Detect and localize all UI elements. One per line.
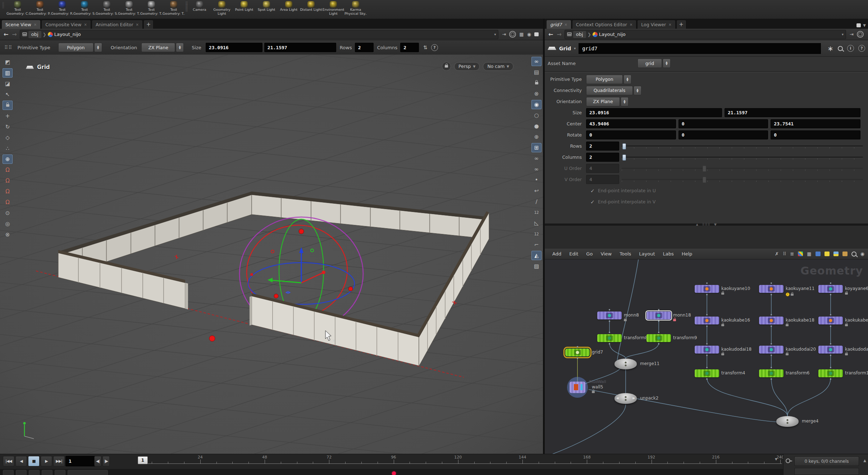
node-label-kaokuyane11[interactable]: kaokuyane11: [786, 286, 814, 291]
color-palette-icon[interactable]: [798, 252, 803, 256]
node-wall5[interactable]: [567, 377, 588, 398]
help-icon[interactable]: ?: [431, 44, 438, 51]
wire-transform6-to-merge4[interactable]: [771, 378, 787, 416]
wire-extra[interactable]: [551, 405, 626, 455]
primitive-type-spinner[interactable]: ▲▼: [94, 43, 102, 52]
keys-channels-button[interactable]: 0 keys, 0/0 channels: [794, 456, 859, 466]
node-label-transform9[interactable]: transform9: [673, 335, 697, 340]
shelf-tool-test-geometry-t[interactable]: TestGeometry: T...: [118, 0, 140, 15]
shelf-tool-geometry-light[interactable]: GeometryLight: [211, 0, 233, 15]
network-overview-icon[interactable]: ◉: [860, 251, 864, 257]
menu-edit[interactable]: Edit: [565, 251, 582, 257]
view-ring-icon[interactable]: ◎: [3, 219, 13, 229]
param-select-primitive-type[interactable]: Polygon: [586, 75, 623, 84]
node-label-merge11[interactable]: merge11: [640, 361, 659, 366]
playbar-ghost-button[interactable]: [55, 470, 65, 475]
channels-expand-icon[interactable]: ▲: [863, 458, 866, 462]
checkbox-end-point-interpolate-in-v[interactable]: ✓: [590, 199, 595, 205]
shelf-tool-test-geometry-s[interactable]: TestGeometry: S...: [73, 0, 96, 15]
search-parms-icon[interactable]: [838, 46, 843, 51]
node-label-kaokudodai18[interactable]: kaokudodai18: [721, 347, 751, 352]
param-help-icon[interactable]: ?: [858, 45, 865, 52]
node-kaokuyane11[interactable]: [759, 285, 784, 293]
translate-tool-icon[interactable]: +: [3, 111, 13, 121]
jump-to-operator-icon[interactable]: ⇥: [502, 32, 506, 37]
params-back-icon[interactable]: ←: [548, 31, 554, 38]
node-label-transform6[interactable]: transform6: [786, 370, 809, 375]
node-kaokukabe16[interactable]: [695, 317, 719, 324]
param-slider-rows[interactable]: [622, 143, 863, 149]
network-grid-icon[interactable]: ▦: [807, 251, 811, 257]
profile-curve-icon[interactable]: ⌐: [531, 240, 542, 249]
move-light-icon[interactable]: ⊕: [531, 132, 542, 142]
param-field-rotate-0[interactable]: 0: [586, 130, 676, 139]
path-dropdown-icon[interactable]: ▾: [494, 32, 496, 36]
layout-tool-icon[interactable]: ◩: [3, 57, 13, 67]
timeline-ruler[interactable]: 24487296120144168192216240 1: [138, 456, 782, 467]
point-numbers-icon[interactable]: 12: [531, 208, 542, 217]
checkbox-end-point-interpolate-in-u[interactable]: ✓: [590, 188, 595, 194]
stereo-cam-icon[interactable]: ∞: [531, 165, 542, 174]
normal-marker-icon[interactable]: ∕: [531, 197, 542, 206]
shelf-tool-test-geometry-t[interactable]: TestGeometry: T...: [163, 0, 185, 15]
vertex-marker-icon[interactable]: ↩: [531, 186, 542, 195]
node-label-grid7[interactable]: grid7: [592, 350, 603, 355]
toolbar-grip-icon[interactable]: ⠿⠿: [4, 45, 13, 50]
menu-add[interactable]: Add: [548, 251, 565, 257]
node-label-kaokudodai20[interactable]: kaokudodai20: [786, 347, 816, 352]
shelf-tool-karma-physical-sky[interactable]: KarmaPhysical Sky...: [344, 0, 367, 15]
node-grid7[interactable]: [565, 349, 590, 356]
play-reverse-button[interactable]: ◀: [15, 456, 27, 466]
shelf-tool-camera[interactable]: Camera: [188, 0, 211, 15]
node-kaokukabe18[interactable]: [759, 317, 784, 324]
asset-name-select[interactable]: grid: [638, 59, 662, 68]
node-monn18[interactable]: [647, 312, 671, 319]
network-canvas[interactable]: Geometry kaokuyane10kaokuyane11koyayane6…: [545, 259, 868, 455]
playbar-ghost-button[interactable]: [3, 470, 14, 475]
shelf-tool-test-geometry-s[interactable]: TestGeometry: S...: [96, 0, 118, 15]
node-label-kaokukabe18[interactable]: kaokukabe18: [786, 318, 814, 323]
param-spinner[interactable]: ▲▼: [623, 75, 631, 84]
tab-composite-view[interactable]: Composite View×: [41, 20, 91, 29]
scene-viewport[interactable]: x Grid Persp▼ No cam▼ ◩▥◪↖+↻◇∴⊕ΩΩΩΩ⊙◎⊗ ∞…: [0, 55, 543, 454]
next-key-button[interactable]: |▶: [102, 456, 110, 466]
wire-transform4-to-merge4[interactable]: [707, 378, 787, 416]
prim-marker-icon[interactable]: ◺: [531, 218, 542, 228]
asset-name-spinner[interactable]: ▲▼: [663, 59, 671, 68]
handles-tool-icon[interactable]: ⊕: [3, 155, 13, 164]
tab-close-icon[interactable]: ×: [84, 23, 87, 27]
node-kaokukabe1[interactable]: [818, 317, 843, 324]
params-radial-menu-icon[interactable]: [857, 31, 864, 38]
breadcrumb-obj[interactable]: obj: [28, 31, 41, 38]
network-search-icon[interactable]: [851, 252, 856, 257]
wheel-icon[interactable]: ⊗: [531, 89, 542, 98]
view-fan-icon[interactable]: ⊙: [3, 208, 13, 218]
tab-scene-view[interactable]: Scene View×: [1, 20, 41, 29]
param-field-center-2[interactable]: 23.7541: [771, 119, 860, 128]
wire-extra[interactable]: [589, 389, 776, 422]
slider-handle[interactable]: [622, 143, 626, 149]
tab-context-options-editor[interactable]: Context Options Editor×: [572, 20, 637, 29]
normal-lighting-icon[interactable]: ●: [531, 121, 542, 131]
wire-transform8-to-merge11[interactable]: [609, 343, 626, 359]
current-frame-input[interactable]: 1: [65, 456, 98, 466]
menu-tools[interactable]: Tools: [616, 251, 635, 257]
node-label-kaokudodai21[interactable]: kaokudodai2: [845, 347, 868, 352]
params-forward-icon[interactable]: →: [556, 31, 562, 38]
tab-close-icon[interactable]: ×: [34, 23, 37, 27]
wire-transform9-to-merge11[interactable]: [626, 343, 659, 359]
wire-extra[interactable]: [617, 259, 639, 361]
shelf-tool-test-geometry-p[interactable]: TestGeometry: P...: [29, 0, 51, 15]
play-button[interactable]: ▶: [41, 456, 52, 466]
param-select-connectivity[interactable]: Quadrilaterals: [586, 86, 633, 95]
forward-icon[interactable]: →: [11, 31, 17, 38]
gear-menu-icon[interactable]: ∗: [827, 44, 833, 53]
params-path-field[interactable]: obj ❯ Layout_nijo ▾: [565, 30, 846, 39]
scale-tool-icon[interactable]: ◇: [3, 133, 13, 142]
node-label-wall5[interactable]: wall5: [592, 384, 603, 389]
shelf-tool-area-light[interactable]: Area Light: [278, 0, 300, 15]
jump-to-end-button[interactable]: ▶▶|: [53, 456, 65, 466]
playhead-marker[interactable]: 1: [138, 456, 148, 464]
shelf-tool-test-geometry-r[interactable]: TestGeometry: R...: [51, 0, 73, 15]
params-breadcrumb-obj[interactable]: obj: [573, 31, 586, 38]
